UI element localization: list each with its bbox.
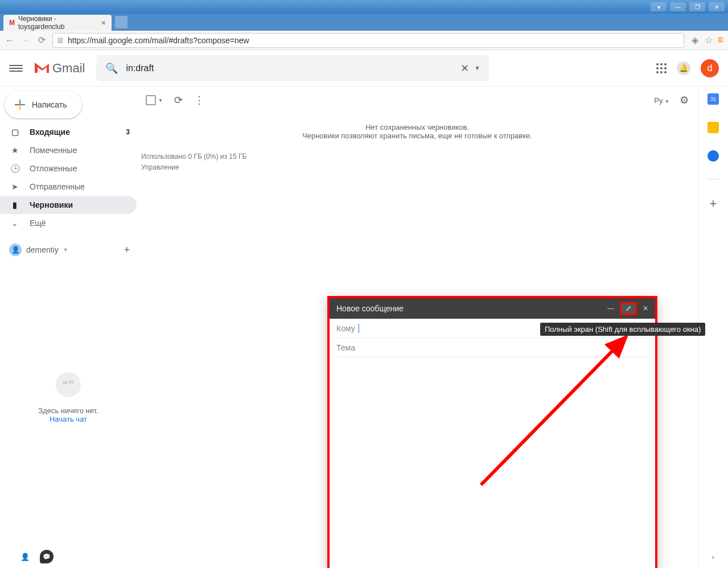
compose-to-label: Кому	[336, 324, 355, 333]
hangouts-empty-l1: Здесь ничего нет.	[0, 406, 137, 415]
storage-link[interactable]: Управление	[141, 162, 698, 173]
fullscreen-tooltip: Полный экран (Shift для всплывающего окн…	[540, 323, 705, 336]
calendar-icon[interactable]: 31	[708, 93, 719, 105]
quote-icon: ❝❞	[56, 372, 81, 397]
toolbar: ▼ ⟳ ⋮ Py ▼ ⚙	[137, 87, 698, 114]
inbox-count: 3	[126, 128, 130, 136]
sidebar: Написать ▢ Входящие 3 ★ Помеченные 🕒 Отл…	[0, 87, 137, 568]
tab-strip: M Черновики - toysgardenclub ×	[0, 14, 728, 31]
divider	[706, 179, 720, 179]
sidebar-item-inbox[interactable]: ▢ Входящие 3	[0, 123, 137, 141]
clock-icon: 🕒	[9, 164, 20, 173]
text-caret	[359, 324, 359, 333]
search-input[interactable]	[126, 63, 454, 73]
hangouts-user[interactable]: 👤 dementiy ▼ +	[0, 241, 137, 258]
compose-fullscreen-button[interactable]: ⤢	[620, 302, 637, 315]
gmail-brand-text: Gmail	[52, 61, 85, 76]
window-titlebar: ▾ — ❐ ✕	[0, 0, 728, 14]
hangouts-icon[interactable]: 💬	[40, 550, 54, 563]
collapse-rightbar-icon[interactable]: ›	[712, 553, 714, 561]
back-icon[interactable]: ←	[5, 35, 15, 46]
gear-icon[interactable]: ⚙	[680, 94, 689, 106]
sidebar-item-snoozed[interactable]: 🕒 Отложенные	[0, 159, 137, 178]
compose-close-icon[interactable]: ✕	[643, 304, 648, 312]
sidebar-bottom: 👤 💬	[0, 545, 137, 568]
chevron-down-icon: ⌄	[9, 219, 20, 228]
sidebar-item-sent[interactable]: ➤ Отправленные	[0, 178, 137, 196]
sidebar-item-more[interactable]: ⌄ Ещё	[0, 214, 137, 232]
url-text: https://mail.google.com/mail/#drafts?com…	[68, 36, 249, 45]
sidebar-item-starred[interactable]: ★ Помеченные	[0, 141, 137, 159]
search-icon: 🔍	[105, 62, 118, 75]
reload-icon[interactable]: ⟳	[36, 35, 47, 46]
select-caret-icon: ▼	[158, 98, 163, 103]
storage-info: Использовано 0 ГБ (0%) из 15 ГБ Управлен…	[137, 140, 698, 173]
empty-line1: Нет сохраненных черновиков.	[137, 123, 698, 131]
send-icon: ➤	[9, 182, 20, 191]
sidebar-item-label: Ещё	[30, 219, 46, 228]
sidebar-item-label: Помеченные	[30, 146, 77, 155]
select-all[interactable]: ▼	[146, 95, 163, 105]
checkbox-icon	[146, 95, 156, 105]
sidebar-item-label: Отправленные	[30, 182, 85, 191]
avatar[interactable]: d	[701, 59, 719, 77]
add-contact-icon[interactable]: +	[124, 244, 130, 256]
sidebar-item-drafts[interactable]: ▮ Черновики	[0, 196, 137, 214]
compose-subject-label: Тема	[336, 343, 355, 352]
url-field[interactable]: 🗎 https://mail.google.com/mail/#drafts?c…	[52, 33, 684, 48]
bookmark-icon[interactable]: ☆	[704, 35, 714, 46]
keep-icon[interactable]	[708, 122, 719, 133]
user-caret-icon: ▼	[63, 247, 68, 253]
compose-title: Новое сообщение	[336, 304, 404, 313]
input-lang[interactable]: Py ▼	[654, 96, 669, 105]
menu-icon[interactable]	[9, 61, 23, 75]
compose-button[interactable]: Написать	[5, 91, 82, 118]
compose-minimize-icon[interactable]: —	[607, 304, 614, 312]
more-icon[interactable]: ⋮	[194, 94, 204, 106]
search-bar[interactable]: 🔍 ✕ ▼	[96, 55, 489, 81]
sidebar-item-label: Входящие	[30, 127, 70, 137]
compose-window: Новое сообщение — ⤢ ✕ Кому Тема Отправит…	[327, 296, 657, 568]
file-icon: ▮	[9, 200, 20, 209]
window-minimize-icon[interactable]: —	[670, 2, 686, 11]
gmail-favicon: M	[9, 19, 15, 27]
people-icon[interactable]: 👤	[20, 553, 30, 561]
sidebar-item-label: Отложенные	[30, 164, 77, 173]
search-options-icon[interactable]: ▼	[475, 65, 480, 71]
compose-header[interactable]: Новое сообщение — ⤢ ✕	[330, 298, 655, 319]
empty-drafts: Нет сохраненных черновиков. Черновики по…	[137, 114, 698, 140]
forward-icon[interactable]: →	[20, 35, 31, 46]
new-tab-button[interactable]	[115, 16, 127, 28]
browser-menu-icon[interactable]: ≡	[717, 34, 723, 46]
gmail-m-icon	[34, 62, 50, 75]
gmail-body: Написать ▢ Входящие 3 ★ Помеченные 🕒 Отл…	[0, 87, 728, 568]
clear-search-icon[interactable]: ✕	[460, 62, 469, 75]
inbox-icon: ▢	[9, 127, 20, 137]
address-bar: ← → ⟳ 🗎 https://mail.google.com/mail/#dr…	[0, 31, 728, 50]
tab-close-icon[interactable]: ×	[101, 18, 106, 27]
refresh-icon[interactable]: ⟳	[174, 94, 183, 106]
gmail-header: Gmail 🔍 ✕ ▼ 🔔 d	[0, 50, 728, 87]
window-maximize-icon[interactable]: ❐	[689, 2, 705, 11]
gmail-logo[interactable]: Gmail	[34, 61, 85, 76]
compose-subject-field[interactable]: Тема	[336, 338, 648, 357]
window-close-icon[interactable]: ✕	[709, 2, 725, 11]
hangouts-empty: ❝❞ Здесь ничего нет. Начать чат	[0, 372, 137, 423]
notifications-icon[interactable]: 🔔	[677, 61, 690, 75]
browser-tab[interactable]: M Черновики - toysgardenclub ×	[3, 15, 112, 31]
tasks-icon[interactable]	[708, 150, 719, 162]
star-icon: ★	[9, 146, 20, 155]
user-name: dementiy	[26, 245, 59, 254]
add-addon-icon[interactable]: +	[710, 196, 717, 211]
compose-body[interactable]	[330, 357, 655, 568]
tab-title: Черновики - toysgardenclub	[18, 15, 98, 31]
empty-line2: Черновики позволяют хранить письма, еще …	[137, 131, 698, 140]
start-chat-link[interactable]: Начать чат	[50, 415, 87, 423]
window-unknown-icon[interactable]: ▾	[651, 2, 667, 11]
extension-icon[interactable]: ◈	[690, 35, 700, 46]
user-avatar-icon: 👤	[9, 244, 22, 256]
apps-icon[interactable]	[656, 63, 667, 73]
storage-line1: Использовано 0 ГБ (0%) из 15 ГБ	[141, 151, 698, 162]
plus-icon	[15, 100, 25, 110]
page-icon: 🗎	[56, 36, 64, 45]
